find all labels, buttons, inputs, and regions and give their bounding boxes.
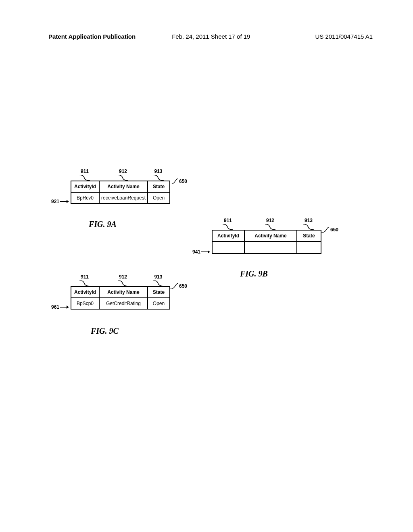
ref-label-text: 650	[179, 283, 187, 289]
table-ref-650-c: 650	[170, 283, 187, 289]
header-activity-name: Activity Name	[99, 287, 148, 298]
activity-table-9b: ActivityId Activity Name State	[212, 230, 321, 254]
figure-9c: 911 912 913 ActivityId Activity Name Sta…	[71, 274, 170, 310]
brace-icon	[79, 175, 90, 181]
row-ref-961: 961	[51, 304, 69, 310]
header-state: State	[148, 287, 170, 298]
header-activity-id: ActivityId	[71, 181, 99, 192]
row-ref-label: 941	[192, 249, 200, 255]
curve-leader-icon	[170, 179, 178, 184]
row-ref-921: 921	[51, 199, 69, 204]
svg-marker-1	[67, 200, 69, 203]
caption-9b: FIG. 9B	[240, 269, 268, 278]
brace-icon	[223, 224, 233, 230]
curve-leader-icon	[321, 227, 330, 233]
row-ref-941: 941	[192, 249, 210, 255]
header-state: State	[148, 181, 170, 192]
col-label-913: 913	[154, 274, 162, 280]
col-label-913: 913	[154, 168, 162, 174]
figure-9b: 911 912 913 ActivityId Activity Name Sta…	[212, 218, 321, 254]
table-header-row: ActivityId Activity Name State	[212, 230, 321, 241]
caption-9a: FIG. 9A	[89, 220, 117, 229]
header-activity-id: ActivityId	[212, 230, 244, 241]
caption-9c: FIG. 9C	[91, 326, 119, 336]
header-state: State	[297, 230, 321, 241]
header-activity-name: Activity Name	[244, 230, 297, 241]
ref-label-text: 650	[179, 179, 187, 184]
cell-activity-name	[244, 241, 297, 254]
col-label-912: 912	[119, 274, 127, 280]
table-ref-650-b: 650	[321, 227, 338, 233]
arrow-right-icon	[60, 305, 69, 309]
cell-state: Open	[148, 192, 170, 204]
cell-activity-name: GetCreditRating	[99, 298, 148, 309]
table-header-row: ActivityId Activity Name State	[71, 287, 170, 298]
table-row: BpRcv0 receiveLoanRequest Open	[71, 192, 170, 204]
activity-table-9c: ActivityId Activity Name State BpScp0 Ge…	[71, 286, 170, 310]
cell-state	[297, 241, 321, 254]
ref-label-text: 650	[330, 227, 338, 233]
cell-state: Open	[148, 298, 170, 309]
col-label-911: 911	[81, 168, 89, 174]
page-header: Patent Application Publication Feb. 24, …	[48, 33, 373, 40]
activity-table-9a: ActivityId Activity Name State BpRcv0 re…	[71, 181, 170, 204]
svg-marker-5	[67, 305, 69, 309]
table-ref-650-a: 650	[170, 179, 187, 184]
header-doc-number: US 2011/0047415 A1	[315, 33, 373, 40]
cell-activity-id	[212, 241, 244, 254]
col-label-911: 911	[81, 274, 89, 280]
header-activity-id: ActivityId	[71, 287, 99, 298]
brace-icon	[153, 175, 164, 181]
table-row	[212, 241, 321, 254]
cell-activity-id: BpRcv0	[71, 192, 99, 204]
brace-icon	[118, 281, 128, 286]
table-row: BpScp0 GetCreditRating Open	[71, 298, 170, 309]
row-ref-label: 961	[51, 304, 59, 310]
header-sheet-info: Feb. 24, 2011 Sheet 17 of 19	[172, 33, 250, 40]
curve-leader-icon	[170, 283, 178, 289]
brace-icon	[118, 175, 128, 181]
brace-icon	[153, 281, 164, 286]
brace-icon	[79, 281, 90, 286]
brace-icon	[265, 224, 275, 230]
col-label-912: 912	[119, 168, 127, 174]
cell-activity-name: receiveLoanRequest	[99, 192, 148, 204]
cell-activity-id: BpScp0	[71, 298, 99, 309]
row-ref-label: 921	[51, 199, 59, 204]
figure-9a: 911 912 913 ActivityId Activity Name Sta…	[71, 168, 170, 204]
table-header-row: ActivityId Activity Name State	[71, 181, 170, 192]
col-label-911: 911	[224, 218, 232, 223]
brace-icon	[303, 224, 314, 230]
arrow-right-icon	[201, 250, 210, 254]
header-publication: Patent Application Publication	[48, 33, 136, 40]
arrow-right-icon	[60, 200, 69, 204]
svg-marker-3	[208, 250, 210, 254]
col-label-913: 913	[305, 218, 313, 223]
header-activity-name: Activity Name	[99, 181, 148, 192]
col-label-912: 912	[266, 218, 274, 223]
